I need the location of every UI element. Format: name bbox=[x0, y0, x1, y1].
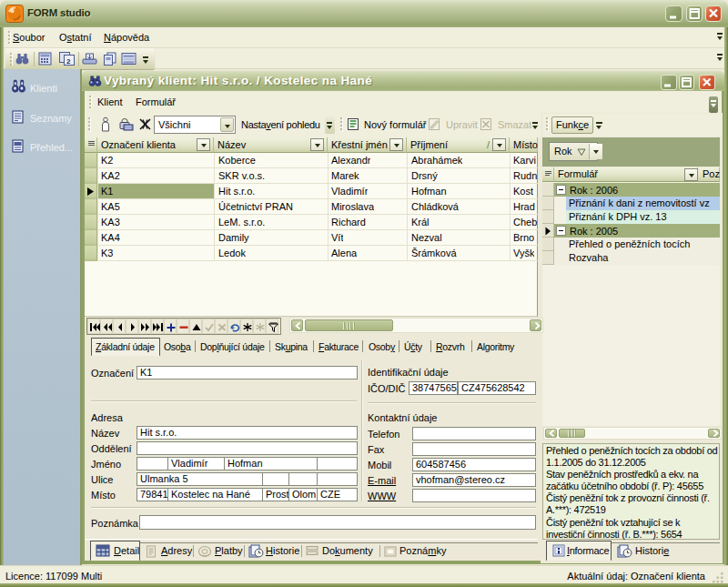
svg-text:2: 2 bbox=[66, 57, 71, 66]
